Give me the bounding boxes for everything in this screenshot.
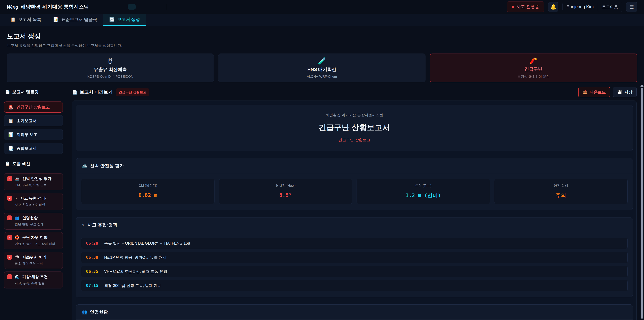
section-icon: 🛟 [15,235,20,240]
event-time: 06:28 [86,241,98,246]
save-button[interactable]: 💾 저장 [613,87,636,97]
safety-stat-card: 경사각 (Heel) 8.5° [219,179,352,204]
template-item[interactable]: 📑 종합보고서 [4,143,63,154]
report-type-card[interactable]: 🛢 유출유 확산예측 KOSPS·OpenDrift·POSEIDON [7,54,214,82]
nav-item[interactable] [146,4,154,10]
safety-section-header: 🚢 선박 안전성 평가 [76,158,632,173]
template-item[interactable]: 📊 지휘부 보고 [4,129,63,140]
nav-item[interactable] [118,4,126,10]
template-icon: 📋 [8,119,14,123]
preview-panel: 📄 보고서 미리보기 긴급구난 상황보고 📥 다운로드 💾 저장 해양환 [66,87,644,320]
preview-type-badge: 긴급구난 상황보고 [116,88,149,96]
section-toggle-card[interactable]: ✓ 🦈 좌초위험 해역 좌초 위험 구역 분석 [4,252,63,269]
user-name: Eunjeong Kim [566,4,594,10]
template-label: 지휘부 보고 [16,132,38,137]
template-icon: 🚨 [8,105,14,110]
section-description: 사고 유형별 타임라인 [15,203,60,207]
timeline-event: 07:15 해경 3009함 현장 도착, 방제 개시 [81,280,628,291]
section-checkbox[interactable]: ✓ [7,215,12,220]
section-description: 파고, 풍속, 조류 현황 [15,281,60,285]
stat-label: 트림 (Trim) [357,183,490,188]
tab-icon: 📝 [53,17,59,22]
notifications-button[interactable]: 🔔 [548,2,558,12]
safety-section: 🚢 선박 안전성 평가 GM (복원력) 0.82 m 경사각 (Heel) 8… [76,158,633,210]
report-tabbar: 📋 보고서 목록 📝 표준보고서 템플릿 🔄 보고서 생성 [0,14,644,26]
section-description: GM, 경사각, 트림 분석 [15,183,60,187]
template-label: 긴급구난 상황보고 [16,104,50,110]
report-org: 해양환경 위기대응 통합지원시스템 [76,113,632,118]
section-row: ✓ 🌊 기상·해상 조건 [7,274,60,279]
tab-item[interactable]: 🔄 보고서 생성 [103,14,146,26]
section-checkbox[interactable]: ✓ [7,255,12,260]
section-checkbox[interactable]: ✓ [7,196,12,201]
download-button[interactable]: 📥 다운로드 [578,87,610,97]
timeline-event: 06:35 VHF Ch.16 조난통신, 해경 출동 요청 [81,266,628,277]
report-type-title: 긴급구난 [524,66,542,72]
preview-header: 📄 보고서 미리보기 긴급구난 상황보고 📥 다운로드 💾 저장 [72,87,636,98]
nav-item[interactable] [155,4,163,10]
section-icon: 👥 [15,216,20,220]
report-type-card[interactable]: 🧪 HNS 대기확산 ALOHA·WRF-Chem [218,54,425,82]
lightning-icon: ⚡ [82,222,85,227]
report-type-card[interactable]: 🧨 긴급구난 복원성·좌초위험 분석 [430,54,637,82]
bell-icon: 🔔 [550,4,556,10]
document-icon: 📄 [5,90,10,94]
ship-icon: 🚢 [82,163,87,168]
report-type-subtitle: ALOHA·WRF-Chem [307,75,337,79]
section-toggle-card[interactable]: ✓ 🛟 구난 자원 현황 예인선, 헬기, 구난 장비 배치 [4,232,63,249]
report-type-cards: 🛢 유출유 확산예측 KOSPS·OpenDrift·POSEIDON 🧪 HN… [7,54,637,82]
hamburger-menu-button[interactable]: ☰ [626,2,637,12]
stat-value: 8.5° [219,192,352,198]
section-row: ✓ ⚡ 사고 유형·경과 [7,196,60,201]
template-item[interactable]: 🚨 긴급구난 상황보고 [4,102,63,113]
template-label: 종합보고서 [16,146,36,151]
nav-item[interactable] [137,4,145,10]
section-checkbox[interactable]: ✓ [7,274,12,279]
section-description: 예인선, 헬기, 구난 장비 배치 [15,242,60,246]
section-toggle-card[interactable]: ✓ 👥 인명현황 인원 현황, 구조 상태 [4,213,63,229]
download-icon: 📥 [582,90,588,95]
section-toggle-card[interactable]: ✓ ⚡ 사고 유형·경과 사고 유형별 타임라인 [4,193,63,210]
template-list: 🚨 긴급구난 상황보고 📋 초기보고서 📊 지휘부 보고 📑 종합보고서 [4,102,63,154]
section-icon: 🦈 [15,255,20,259]
tab-item[interactable]: 📋 보고서 목록 [4,14,47,26]
incident-status-label: 사고 진행중 [516,4,539,10]
tab-label: 표준보고서 템플릿 [61,17,97,23]
scroll-up-arrow-icon[interactable] [640,84,644,87]
nav-separator [562,4,562,10]
section-title: 구난 자원 현황 [22,235,48,240]
tab-label: 보고서 생성 [117,17,140,23]
section-list: ✓ 🚢 선박 안전성 평가 GM, 경사각, 트림 분석 ✓ ⚡ 사고 유형·경… [4,173,63,288]
timeline-section-header: ⚡ 사고 유형·경과 [76,217,632,232]
page-header: 보고서 생성 보고서 유형을 선택하고 포함할 섹션을 구성하여 보고서를 생성… [0,26,644,52]
nav-item[interactable] [110,4,118,10]
report-subtitle: 긴급구난 상황보고 [76,137,632,143]
section-checkbox[interactable]: ✓ [7,176,12,181]
preview-scrollbar[interactable] [640,84,644,320]
section-icon: 🌊 [15,274,20,279]
section-icon: ⚡ [15,196,18,200]
tab-item[interactable]: 📝 표준보고서 템플릿 [47,14,103,26]
nav-item[interactable] [100,4,108,10]
nav-item[interactable] [128,4,136,10]
wing-logo-icon: Wing [7,4,18,10]
logout-button[interactable]: 로그아웃 [598,2,622,12]
main-nav [100,4,176,10]
section-toggle-card[interactable]: ✓ 🚢 선박 안전성 평가 GM, 경사각, 트림 분석 [4,173,63,190]
sections-header-label: 포함 섹션 [12,161,30,166]
safety-stats: GM (복원력) 0.82 m 경사각 (Heel) 8.5° 트림 (Trim… [81,179,628,204]
template-item[interactable]: 📋 초기보고서 [4,115,63,126]
section-checkbox[interactable]: ✓ [7,235,12,240]
preview-title: 보고서 미리보기 [80,89,113,95]
stat-value: 주의 [494,192,628,199]
section-title: 좌초위험 해역 [22,254,46,260]
report-title: 긴급구난 상황보고서 [76,122,632,133]
nav-divider [94,4,95,10]
timeline-event: 06:28 충돌 발생 – ORIENTAL GLORY ⇔ HAI FENG … [81,238,628,249]
report-type-subtitle: 복원성·좌초위험 분석 [518,74,550,79]
template-label: 초기보고서 [16,118,36,124]
section-toggle-card[interactable]: ✓ 🌊 기상·해상 조건 파고, 풍속, 조류 현황 [4,271,63,288]
scrollbar-thumb[interactable] [641,88,643,319]
app-title: 해양환경 위기대응 통합시스템 [21,3,89,10]
nav-item[interactable] [166,4,176,10]
